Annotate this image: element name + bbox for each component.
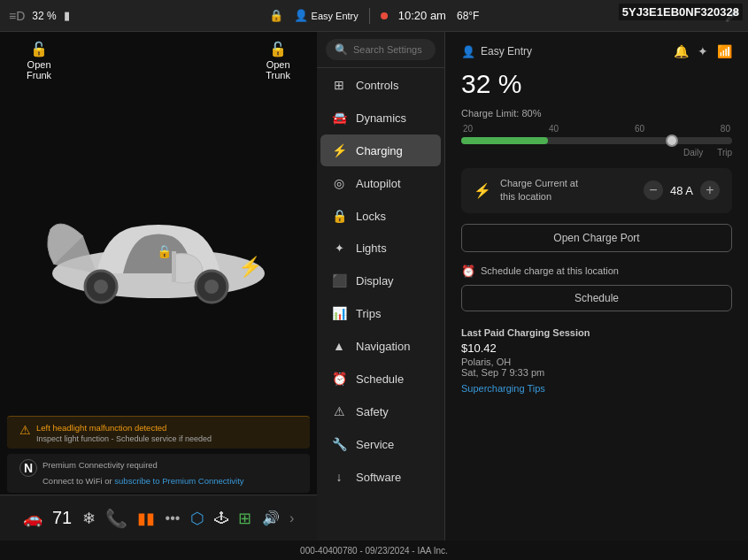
time-display: 10:20 am [398, 9, 446, 22]
taskbar-phone[interactable]: 📞 [105, 508, 127, 529]
frunk-icon: 🔓 [27, 41, 51, 58]
volume-icon: 🔊 [262, 510, 280, 526]
tick-80: 80 [721, 124, 730, 134]
menu-item-software[interactable]: ↓ Software [320, 461, 441, 493]
menu-item-charging[interactable]: ⚡ Charging [320, 134, 441, 166]
trunk-icon: 🔓 [266, 41, 290, 58]
bottom-bar-text: 000-40400780 - 09/23/2024 - IAA Inc. [300, 546, 448, 556]
connectivity-title: Premium Connectivity required [42, 459, 244, 472]
charge-decrease-button[interactable]: − [644, 180, 663, 200]
schedule-icon: ⏰ [331, 372, 347, 386]
connectivity-link[interactable]: subscribe to Premium Connectivity [114, 476, 243, 486]
warning-text: Left headlight malfunction detected [36, 422, 212, 433]
last-paid-amount: $10.42 [461, 341, 732, 355]
display-label: Display [356, 274, 394, 288]
warning-section: ⚠ Left headlight malfunction detected In… [7, 416, 310, 448]
menu-item-safety[interactable]: ⚠ Safety [320, 395, 441, 427]
car-image-area: ⚡ 🔒 [0, 89, 317, 412]
bluetooth-icon: ⬡ [190, 509, 204, 528]
navigation-label: Navigation [356, 340, 410, 353]
car-silhouette: ⚡ 🔒 [35, 185, 282, 318]
open-trunk-button[interactable]: 🔓 Open Trunk [266, 41, 290, 81]
svg-rect-1 [172, 251, 176, 282]
search-input[interactable]: 🔍 Search Settings [326, 39, 436, 60]
menu-item-service[interactable]: 🔧 Service [320, 428, 441, 460]
trips-label: Trips [356, 307, 381, 320]
taskbar-nav[interactable]: 🕹 [214, 510, 228, 526]
charge-progress-bar[interactable] [461, 137, 732, 144]
controls-label: Controls [356, 79, 398, 92]
taskbar-temp[interactable]: 71 [52, 508, 72, 528]
apps-icon: ⊞ [238, 509, 251, 528]
media-icon: ≡D [9, 9, 25, 23]
battery-percent: 32 % [32, 10, 56, 22]
charging-panel: 👤 Easy Entry 🔔 ✦ 📶 32 % Charge Limit: 80… [445, 32, 748, 541]
controls-icon: ⊞ [331, 78, 347, 92]
progress-labels: Daily Trip [461, 148, 732, 157]
last-paid-location: Polaris, OH [461, 357, 732, 367]
phone-icon: 📞 [105, 508, 127, 529]
brightness-icon: ✦ [698, 44, 708, 58]
search-placeholder-text: Search Settings [353, 44, 422, 55]
taskbar: 🚗 71 ❄ 📞 ▮▮ ••• ⬡ [0, 495, 317, 541]
service-label: Service [356, 438, 394, 451]
taskbar-volume[interactable]: 🔊 [262, 510, 280, 526]
more-icon: ••• [166, 510, 181, 526]
open-frunk-button[interactable]: 🔓 Open Frunk [27, 41, 51, 81]
tick-60: 60 [635, 124, 644, 134]
temp-display: 68°F [457, 10, 479, 22]
daily-label: Daily [683, 148, 703, 157]
taskbar-ac[interactable]: ❄ [82, 509, 96, 528]
schedule-button[interactable]: Schedule [461, 285, 732, 311]
menu-item-autopilot[interactable]: ◎ Autopilot [320, 167, 441, 199]
charging-label: Charging [356, 144, 403, 157]
taskbar-media[interactable]: ▮▮ [137, 509, 155, 528]
forward-icon: › [289, 510, 294, 526]
charge-percent: 32 % [461, 69, 732, 99]
settings-menu: 🔍 Search Settings ⊞ Controls 🚘 Dynamics [317, 32, 445, 541]
charge-increase-button[interactable]: + [700, 180, 720, 200]
taskbar-more[interactable]: ••• [166, 510, 181, 526]
software-icon: ↓ [331, 470, 347, 484]
taskbar-car[interactable]: 🚗 [23, 509, 42, 528]
dynamics-icon: 🚘 [331, 111, 347, 125]
menu-item-locks[interactable]: 🔒 Locks [320, 200, 441, 232]
connectivity-text: Connect to WiFi or [42, 476, 114, 486]
battery-icon: ▮ [64, 9, 70, 22]
menu-item-dynamics[interactable]: 🚘 Dynamics [320, 102, 441, 134]
signal-icon: 📶 [717, 44, 732, 58]
locks-label: Locks [356, 210, 386, 223]
search-icon: 🔍 [335, 43, 348, 56]
svg-text:⚡: ⚡ [238, 255, 263, 279]
schedule-label: Schedule [356, 372, 404, 386]
divider [369, 8, 370, 24]
progress-fill [461, 137, 548, 144]
trip-label: Trip [717, 148, 732, 157]
menu-item-display[interactable]: ⬛ Display [320, 265, 441, 296]
dynamics-label: Dynamics [356, 111, 406, 125]
taskbar-apps[interactable]: ⊞ [238, 509, 251, 528]
warning-subtext: Inspect light function - Schedule servic… [36, 434, 212, 443]
progress-section: 20 40 60 80 Daily Trip [461, 124, 732, 157]
menu-item-lights[interactable]: ✦ Lights [320, 233, 441, 264]
menu-item-schedule[interactable]: ⏰ Schedule [320, 363, 441, 395]
lights-icon: ✦ [331, 242, 347, 255]
charging-header: 👤 Easy Entry 🔔 ✦ 📶 [461, 44, 732, 58]
taskbar-forward[interactable]: › [289, 510, 294, 526]
software-label: Software [356, 471, 401, 484]
charge-current-label: Charge Current at this location [500, 177, 635, 204]
taskbar-bluetooth[interactable]: ⬡ [190, 509, 204, 528]
menu-item-trips[interactable]: 📊 Trips [320, 297, 441, 329]
supercharging-tips-link[interactable]: Supercharging Tips [461, 383, 732, 394]
safety-label: Safety [356, 405, 389, 418]
top-icons: 🔔 ✦ 📶 [674, 44, 732, 58]
open-charge-port-button[interactable]: Open Charge Port [461, 224, 732, 252]
menu-item-controls[interactable]: ⊞ Controls [320, 69, 441, 101]
locks-icon: 🔒 [331, 209, 347, 223]
schedule-section-label: ⏰ Schedule charge at this location [461, 265, 732, 278]
menu-item-navigation[interactable]: ▲ Navigation [320, 330, 441, 362]
charge-value: 48 A [670, 184, 693, 197]
svg-point-3 [94, 280, 108, 294]
tick-40: 40 [549, 124, 559, 134]
charging-icon: ⚡ [331, 143, 347, 157]
